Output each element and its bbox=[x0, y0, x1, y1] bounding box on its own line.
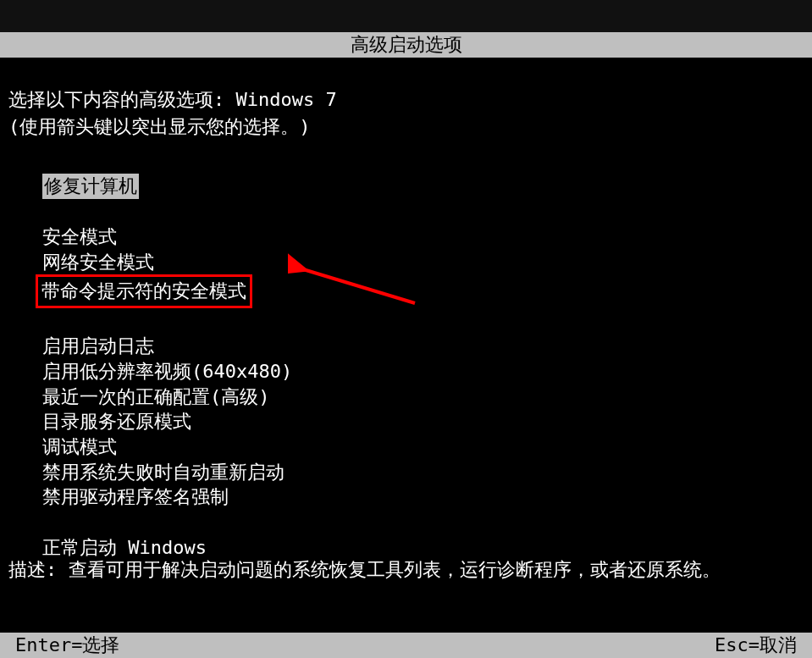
menu-item-debug[interactable]: 调试模式 bbox=[42, 434, 804, 460]
menu-item-no-driver-sig[interactable]: 禁用驱动程序签名强制 bbox=[42, 484, 804, 510]
menu-item-repair-label: 修复计算机 bbox=[42, 174, 139, 199]
menu-item-no-restart[interactable]: 禁用系统失败时自动重新启动 bbox=[42, 460, 804, 485]
os-name: Windows 7 bbox=[236, 89, 337, 110]
menu-item-repair[interactable]: 修复计算机 bbox=[42, 174, 804, 199]
hint-line: (使用箭头键以突出显示您的选择。) bbox=[8, 114, 804, 140]
menu-item-safe-mode-cmd[interactable]: 带命令提示符的安全模式 bbox=[42, 274, 804, 308]
menu-item-safe-mode[interactable]: 安全模式 bbox=[42, 224, 804, 250]
prompt-prefix: 选择以下内容的高级选项: bbox=[8, 89, 236, 110]
page-title: 高级启动选项 bbox=[351, 34, 462, 55]
description-text: 查看可用于解决启动问题的系统恢复工具列表，运行诊断程序，或者还原系统。 bbox=[69, 559, 721, 580]
menu-item-low-res[interactable]: 启用低分辨率视频(640x480) bbox=[42, 359, 804, 384]
title-bar: 高级启动选项 bbox=[0, 32, 812, 58]
content-area: 选择以下内容的高级选项: Windows 7 (使用箭头键以突出显示您的选择。)… bbox=[0, 58, 812, 560]
menu-item-safe-mode-network[interactable]: 网络安全模式 bbox=[42, 250, 804, 275]
menu-item-ds-restore[interactable]: 目录服务还原模式 bbox=[42, 409, 804, 434]
highlight-box: 带命令提示符的安全模式 bbox=[36, 274, 252, 308]
description-label: 描述: bbox=[8, 559, 69, 580]
menu-item-safe-mode-cmd-label: 带命令提示符的安全模式 bbox=[41, 280, 246, 301]
description-line: 描述: 查看可用于解决启动问题的系统恢复工具列表，运行诊断程序，或者还原系统。 bbox=[8, 557, 721, 583]
menu-item-last-known[interactable]: 最近一次的正确配置(高级) bbox=[42, 384, 804, 410]
menu-item-boot-log[interactable]: 启用启动日志 bbox=[42, 334, 804, 359]
prompt-line: 选择以下内容的高级选项: Windows 7 bbox=[8, 87, 804, 113]
footer-bar: Enter=选择 Esc=取消 bbox=[0, 633, 812, 658]
boot-menu[interactable]: 修复计算机 安全模式 网络安全模式 带命令提示符的安全模式 启用启动日志 启用低… bbox=[8, 174, 804, 560]
footer-enter: Enter=选择 bbox=[15, 634, 119, 656]
footer-esc: Esc=取消 bbox=[715, 634, 797, 656]
